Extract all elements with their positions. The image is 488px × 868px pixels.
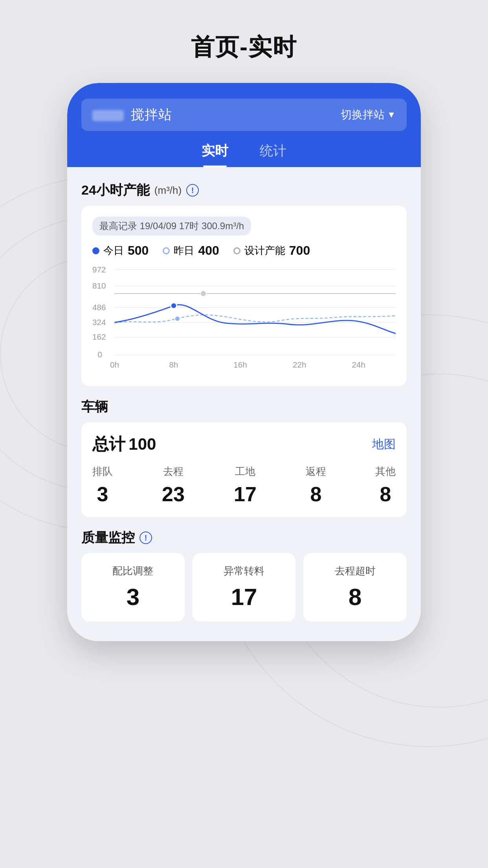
quality-cards: 配比调整 3 异常转料 17 去程超时 8 [81, 553, 407, 622]
legend-today: 今日 500 [92, 243, 149, 258]
station-name: 搅拌站 [92, 106, 172, 124]
vehicles-title: 车辆 [81, 398, 407, 416]
quality-item-overtime: 去程超时 8 [303, 553, 407, 622]
capacity-chart-card: 最高记录 19/04/09 17时 300.9m³/h 今日 500 昨日 40… [81, 206, 407, 386]
capacity-title: 24小时产能 (m³/h) ! [81, 181, 407, 199]
chevron-down-icon: ▼ [387, 110, 396, 120]
vehicles-section: 车辆 总计 100 地图 排队 3 去程 2 [81, 398, 407, 517]
vehicles-header: 总计 100 地图 [92, 433, 396, 455]
app-header: 搅拌站 切换拌站 ▼ 实时 统计 [67, 83, 421, 167]
quality-info-icon[interactable]: ! [139, 531, 152, 544]
vehicle-stat-outbound: 去程 23 [162, 465, 185, 506]
vehicle-total: 总计 100 [92, 433, 156, 455]
svg-text:810: 810 [92, 281, 106, 290]
record-badge: 最高记录 19/04/09 17时 300.9m³/h [92, 217, 251, 235]
svg-text:8h: 8h [169, 360, 178, 369]
phone-frame: 搅拌站 切换拌站 ▼ 实时 统计 24小时产能 (m³/h) ! [67, 83, 421, 641]
legend-yesterday: 昨日 400 [163, 243, 219, 258]
map-link[interactable]: 地图 [372, 436, 396, 452]
design-dot [233, 247, 240, 254]
vehicle-stat-return: 返程 8 [306, 465, 326, 506]
line-chart: 972 810 486 324 162 0 [92, 266, 396, 378]
chart-legend: 今日 500 昨日 400 设计产能 700 [92, 243, 396, 258]
yesterday-dot [163, 247, 170, 254]
quality-item-abnormal: 异常转料 17 [193, 553, 296, 622]
quality-title: 质量监控 ! [81, 529, 407, 547]
svg-text:24h: 24h [352, 360, 366, 369]
svg-text:486: 486 [92, 303, 106, 312]
svg-text:0h: 0h [110, 360, 119, 369]
page-title: 首页-实时 [191, 31, 297, 63]
legend-design: 设计产能 700 [233, 243, 310, 258]
vehicle-stats: 排队 3 去程 23 工地 17 返程 8 [92, 465, 396, 506]
svg-text:0: 0 [97, 350, 102, 359]
vehicle-stat-other: 其他 8 [375, 465, 396, 506]
svg-text:972: 972 [92, 266, 106, 274]
svg-point-14 [175, 316, 180, 321]
vehicle-stat-queue: 排队 3 [92, 465, 113, 506]
svg-point-13 [200, 291, 206, 296]
main-content: 24小时产能 (m³/h) ! 最高记录 19/04/09 17时 300.9m… [67, 167, 421, 641]
tab-statistics[interactable]: 统计 [260, 142, 286, 167]
svg-text:22h: 22h [293, 360, 306, 369]
today-dot [92, 247, 99, 254]
vehicles-card: 总计 100 地图 排队 3 去程 23 工地 [81, 422, 407, 517]
svg-text:162: 162 [92, 332, 106, 341]
svg-text:16h: 16h [233, 360, 247, 369]
svg-text:324: 324 [92, 318, 106, 327]
tab-realtime[interactable]: 实时 [202, 142, 228, 167]
quality-section: 质量监控 ! 配比调整 3 异常转料 17 去程超时 8 [81, 529, 407, 622]
vehicle-stat-site: 工地 17 [234, 465, 257, 506]
capacity-info-icon[interactable]: ! [186, 184, 199, 197]
tab-bar: 实时 统计 [81, 142, 407, 167]
quality-item-ratio: 配比调整 3 [81, 553, 185, 622]
svg-point-15 [171, 303, 177, 309]
capacity-section: 24小时产能 (m³/h) ! 最高记录 19/04/09 17时 300.9m… [81, 181, 407, 386]
switch-station-button[interactable]: 切换拌站 ▼ [341, 107, 396, 122]
station-bar: 搅拌站 切换拌站 ▼ [81, 99, 407, 131]
